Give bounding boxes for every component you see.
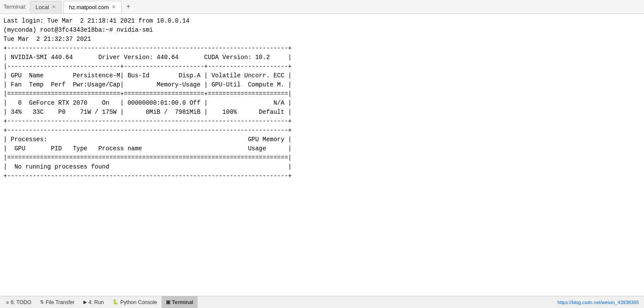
terminal-line: +---------------------------------------… [3,126,641,135]
toolbar-url: https://blog.csdn.net/weixin_43938365 [558,300,642,305]
terminal-line: | Fan Temp Perf Pwr:Usage/Cap| Memory-Us… [3,80,641,89]
tab-local[interactable]: Local ✕ [30,1,62,13]
toolbar-item-todo[interactable]: ≡6: TODO [2,296,36,308]
terminal-label: Terminal: [3,3,26,10]
terminal-line: (myconda) root@3fc4343e18ba:~# nvidia-sm… [3,26,641,35]
terminal-line: | Processes: GPU Memory | [3,135,641,144]
terminal-line: | GPU Name Persistence-M| Bus-Id Disp.A … [3,71,641,80]
tab-local-close[interactable]: ✕ [52,4,56,10]
terminal-line: | GPU PID Type Process name Usage | [3,144,641,153]
todo-icon: ≡ [6,300,9,305]
terminal-line: | NVIDIA-SMI 440.64 Driver Version: 440.… [3,53,641,62]
tab-hz-label: hz.matpool.com [69,4,109,10]
terminal-line: | No running processes found | [3,162,641,172]
bottom-toolbar: ≡6: TODO⇅File Transfer▶4: Run🐍Python Con… [0,296,644,308]
pythonconsole-icon: 🐍 [112,299,119,305]
terminal-output: Last login: Tue Mar 2 21:18:41 2021 from… [0,14,644,296]
filetransfer-icon: ⇅ [40,299,44,305]
terminal-line: |===============================+=======… [3,89,641,99]
terminal-line: |=======================================… [3,153,641,162]
terminal-icon: ▣ [166,299,170,305]
terminal-line: | 0 GeForce RTX 2070 On | 00000000:01:00… [3,99,641,108]
toolbar-item-terminal[interactable]: ▣Terminal [162,296,198,308]
pythonconsole-label: Python Console [120,299,157,305]
toolbar-item-pythonconsole[interactable]: 🐍Python Console [108,296,162,308]
tab-hz[interactable]: hz.matpool.com ✕ [63,1,122,13]
tab-local-label: Local [36,4,49,10]
todo-label: 6: TODO [10,299,31,305]
terminal-label: Terminal [172,299,193,305]
terminal-line: +---------------------------------------… [3,44,641,53]
tab-add-button[interactable]: + [123,2,134,12]
terminal-line: Tue Mar 2 21:32:37 2021 [3,35,641,44]
tab-hz-close[interactable]: ✕ [112,4,116,10]
run-icon: ▶ [83,299,87,305]
terminal-line: | 34% 33C P0 71W / 175W | 0MiB / 7981MiB… [3,108,641,117]
terminal-line: +---------------------------------------… [3,172,641,181]
terminal-line: |-------------------------------+-------… [3,62,641,71]
terminal-line: +---------------------------------------… [3,117,641,126]
terminal-line: Last login: Tue Mar 2 21:18:41 2021 from… [3,17,641,26]
toolbar-item-run[interactable]: ▶4: Run [79,296,108,308]
run-label: 4: Run [89,299,104,305]
tab-bar: Terminal: Local ✕ hz.matpool.com ✕ + [0,0,644,14]
filetransfer-label: File Transfer [46,299,75,305]
toolbar-item-filetransfer[interactable]: ⇅File Transfer [36,296,79,308]
